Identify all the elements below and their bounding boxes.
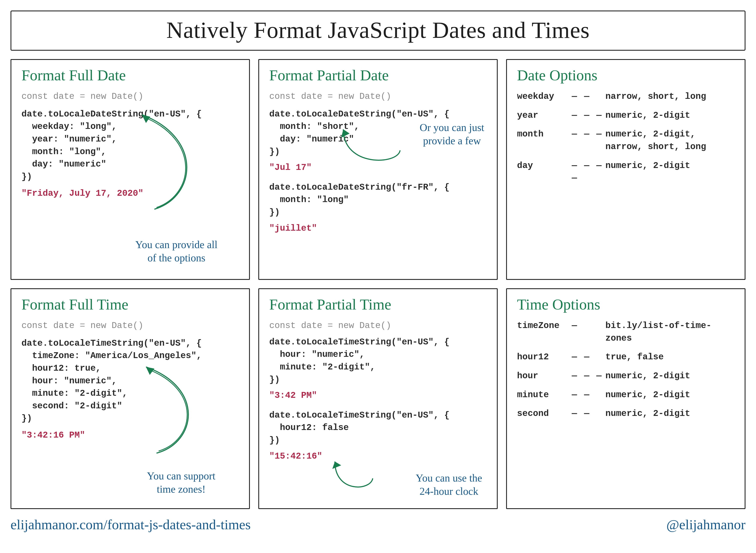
- option-vals: numeric, 2-digit: [605, 407, 735, 420]
- card-heading: Date Options: [517, 67, 735, 84]
- card-format-full-time: Format Full Time const date = new Date()…: [10, 288, 250, 509]
- title-bar: Natively Format JavaScript Dates and Tim…: [10, 10, 746, 51]
- option-key: hour: [517, 370, 572, 383]
- card-heading: Format Full Date: [21, 67, 239, 84]
- arrow-icon: [129, 108, 205, 218]
- option-vals: numeric, 2-digit: [605, 370, 735, 383]
- arrow-icon: [326, 457, 381, 497]
- option-dash: — —: [572, 389, 605, 401]
- card-format-partial-time: Format Partial Time const date = new Dat…: [258, 288, 498, 509]
- arrow-icon: [133, 361, 209, 462]
- card-heading: Format Full Time: [21, 296, 239, 313]
- option-key: month: [517, 128, 572, 141]
- footer-handle[interactable]: @elijahmanor: [666, 517, 746, 533]
- card-date-options: Date Options weekday — — narrow, short, …: [506, 59, 746, 280]
- card-heading: Time Options: [517, 296, 735, 313]
- options-list: weekday — — narrow, short, long year — —…: [517, 90, 735, 185]
- annotation: Or you can just provide a few: [420, 121, 484, 147]
- option-row: hour12 — — true, false: [517, 351, 735, 364]
- svg-marker-0: [142, 114, 150, 123]
- footer: elijahmanor.com/format-js-dates-and-time…: [10, 517, 746, 533]
- card-format-full-date: Format Full Date const date = new Date()…: [10, 59, 250, 280]
- arrow-icon: [335, 125, 419, 173]
- option-row: month — — — numeric, 2-digit, narrow, sh…: [517, 128, 735, 153]
- option-vals: numeric, 2-digit, narrow, short, long: [605, 128, 735, 153]
- page-title: Natively Format JavaScript Dates and Tim…: [13, 17, 743, 44]
- options-list: timeZone — bit.ly/list-of-time-zones hou…: [517, 320, 735, 420]
- annotation: You can use the 24-hour clock: [415, 471, 482, 498]
- option-dash: —: [572, 320, 605, 332]
- option-key: second: [517, 407, 572, 420]
- card-format-partial-date: Format Partial Date const date = new Dat…: [258, 59, 498, 280]
- option-row: day — — — — numeric, 2-digit: [517, 160, 735, 185]
- option-row: minute — — numeric, 2-digit: [517, 389, 735, 401]
- option-vals: true, false: [605, 351, 735, 364]
- option-row: hour — — — numeric, 2-digit: [517, 370, 735, 383]
- code-decl: const date = new Date(): [269, 90, 487, 103]
- option-dash: — —: [572, 90, 605, 103]
- option-dash: — —: [572, 407, 605, 420]
- svg-marker-2: [146, 367, 154, 375]
- code-output-2: "juillet": [269, 222, 487, 235]
- option-key: minute: [517, 389, 572, 401]
- card-time-options: Time Options timeZone — bit.ly/list-of-t…: [506, 288, 746, 509]
- option-key: timeZone: [517, 320, 572, 332]
- svg-marker-1: [341, 129, 350, 138]
- annotation: You can provide all of the options: [135, 238, 218, 264]
- code-decl: const date = new Date(): [21, 90, 239, 103]
- svg-marker-3: [332, 462, 341, 469]
- card-grid: Format Full Date const date = new Date()…: [10, 59, 746, 509]
- option-key: hour12: [517, 351, 572, 364]
- option-vals: numeric, 2-digit: [605, 109, 735, 122]
- code-body-1: date.toLocaleTimeString("en-US", { hour:…: [269, 336, 487, 386]
- option-dash: — — —: [572, 109, 605, 122]
- footer-url[interactable]: elijahmanor.com/format-js-dates-and-time…: [10, 517, 251, 533]
- option-row: timeZone — bit.ly/list-of-time-zones: [517, 320, 735, 345]
- option-row: weekday — — narrow, short, long: [517, 90, 735, 103]
- code-body-2: date.toLocaleTimeString("en-US", { hour1…: [269, 409, 487, 447]
- option-dash: — — — —: [572, 160, 605, 185]
- option-dash: — — —: [572, 128, 605, 141]
- option-vals: numeric, 2-digit: [605, 389, 735, 401]
- card-heading: Format Partial Date: [269, 67, 487, 84]
- option-dash: — — —: [572, 370, 605, 383]
- option-vals: narrow, short, long: [605, 90, 735, 103]
- annotation: You can support time zones!: [147, 469, 216, 496]
- code-output-1: "3:42 PM": [269, 389, 487, 402]
- option-key: year: [517, 109, 572, 122]
- option-vals: bit.ly/list-of-time-zones: [605, 320, 735, 345]
- option-dash: — —: [572, 351, 605, 364]
- code-body-2: date.toLocaleDateString("fr-FR", { month…: [269, 181, 487, 219]
- option-key: day: [517, 160, 572, 172]
- option-row: second — — numeric, 2-digit: [517, 407, 735, 420]
- code-decl: const date = new Date(): [269, 320, 487, 332]
- option-key: weekday: [517, 90, 572, 103]
- code-decl: const date = new Date(): [21, 320, 239, 332]
- option-vals: numeric, 2-digit: [605, 160, 735, 172]
- option-row: year — — — numeric, 2-digit: [517, 109, 735, 122]
- card-heading: Format Partial Time: [269, 296, 487, 313]
